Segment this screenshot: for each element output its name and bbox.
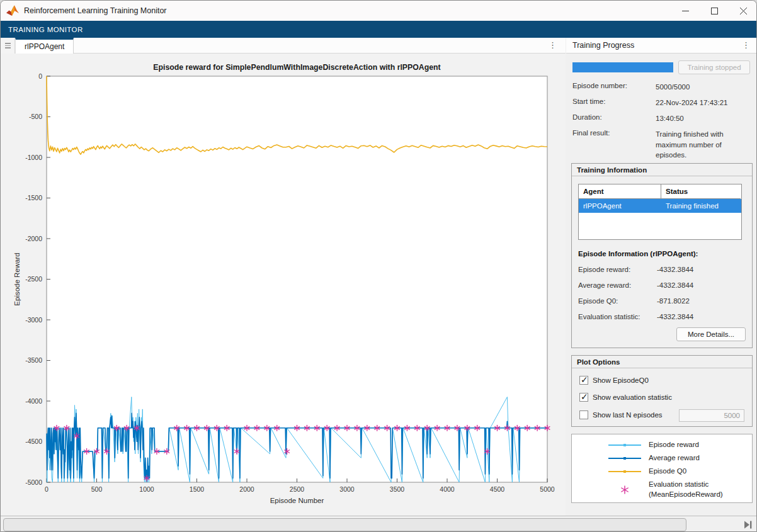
training-progress-panel: Training Progress ⋮ Training stopped Epi… — [566, 38, 757, 516]
field-value: -4332.3844 — [657, 266, 693, 273]
svg-text:1500: 1500 — [190, 485, 205, 493]
column-header-agent[interactable]: Agent — [579, 184, 661, 199]
tab-actions-menu-icon[interactable]: ⋮ — [549, 41, 557, 49]
svg-text:3000: 3000 — [339, 485, 355, 493]
field-label: Episode reward: — [578, 266, 630, 273]
legend-label: Evaluation statistic (MeanEpisodeReward) — [649, 480, 723, 499]
legend-asterisk-icon — [607, 483, 642, 497]
agent-cell: rlPPOAgent — [579, 199, 661, 213]
plot-options-group: Plot Options Show EpisodeQ0 Show evaluat… — [571, 355, 753, 427]
field-value: 5000/5000 — [656, 82, 751, 93]
svg-text:-4000: -4000 — [25, 397, 42, 405]
svg-text:-3000: -3000 — [25, 316, 42, 324]
field-label: Average reward: — [578, 281, 631, 289]
chart-legend: Episode reward Average reward Episode Q0… — [571, 434, 753, 503]
svg-text:2000: 2000 — [239, 485, 254, 493]
panel-header: Training Progress ⋮ — [566, 38, 757, 54]
title-bar: Reinforcement Learning Training Monitor — [1, 1, 757, 21]
status-bar — [1, 516, 757, 532]
checkbox-show-last-n-episodes[interactable]: Show last N episodes — [579, 410, 663, 419]
panel-title: Training Progress — [572, 41, 634, 50]
legend-item-episode-q0[interactable]: Episode Q0 — [572, 467, 752, 477]
svg-text:500: 500 — [91, 485, 103, 493]
legend-label: Average reward — [649, 453, 700, 463]
legend-label: Episode Q0 — [649, 467, 686, 477]
svg-text:0: 0 — [38, 72, 42, 80]
reward-chart: 0-500-1000-1500-2000-2500-3000-3500-4000… — [1, 54, 566, 516]
field-label: Episode Q0: — [578, 297, 618, 305]
svg-text:Episode Number: Episode Number — [270, 497, 324, 504]
field-label: Duration: — [572, 113, 602, 121]
training-stopped-button[interactable]: Training stopped — [678, 60, 750, 74]
svg-text:4000: 4000 — [440, 485, 455, 493]
toolstrip-tab-training-monitor[interactable]: TRAINING MONITOR — [8, 26, 83, 33]
grip-icon — [5, 42, 11, 50]
svg-text:4500: 4500 — [490, 485, 505, 493]
svg-text:2500: 2500 — [290, 485, 305, 493]
training-information-group: Training Information Agent Status rlPPOA… — [571, 163, 753, 348]
field-value: 13:40:50 — [656, 113, 751, 124]
progress-bar — [572, 62, 673, 72]
expand-right-icon[interactable] — [743, 519, 754, 529]
tab-rlppoagent[interactable]: rlPPOAgent — [15, 38, 74, 54]
checkbox-icon — [579, 376, 588, 385]
svg-text:-2500: -2500 — [25, 275, 42, 283]
svg-text:-4500: -4500 — [25, 438, 42, 445]
maximize-button[interactable] — [700, 1, 729, 21]
table-header-row: Agent Status — [579, 184, 741, 199]
svg-text:5000: 5000 — [540, 485, 555, 493]
field-label: Final result: — [572, 129, 610, 137]
checkbox-label: Show evaluation statistic — [593, 393, 672, 401]
svg-text:-3500: -3500 — [25, 356, 42, 364]
legend-line-episode-q0 — [607, 468, 642, 475]
figure-panel: rlPPOAgent ⋮ 0-500-1000-1500-2000-2500-3… — [1, 38, 566, 516]
close-button[interactable] — [729, 1, 757, 21]
field-value: -4332.3844 — [657, 281, 693, 289]
legend-item-evaluation-statistic[interactable]: Evaluation statistic (MeanEpisodeReward) — [572, 480, 752, 499]
field-value: -871.8022 — [657, 297, 690, 305]
window-title: Reinforcement Learning Training Monitor — [24, 6, 167, 15]
legend-item-average-reward[interactable]: Average reward — [572, 453, 752, 463]
svg-text:3500: 3500 — [390, 485, 405, 493]
agent-status-table: Agent Status rlPPOAgent Training finishe… — [578, 184, 742, 240]
toolstrip: TRAINING MONITOR — [1, 21, 757, 38]
collapsed-panel-bar[interactable] — [3, 518, 686, 531]
checkbox-icon — [579, 393, 588, 402]
episode-info-title: Episode Information (rlPPOAgent): — [578, 250, 698, 258]
table-empty-area — [579, 213, 741, 239]
tab-overflow-handle[interactable] — [1, 38, 15, 54]
panel-actions-menu-icon[interactable]: ⋮ — [742, 41, 750, 49]
status-cell: Training finished — [661, 199, 741, 213]
tab-label: rlPPOAgent — [25, 42, 64, 51]
checkbox-label: Show EpisodeQ0 — [593, 376, 649, 384]
column-header-status[interactable]: Status — [661, 184, 741, 199]
progress-row: Training stopped — [572, 60, 751, 74]
checkbox-show-evaluation-statistic[interactable]: Show evaluation statistic — [579, 393, 672, 402]
table-row[interactable]: rlPPOAgent Training finished — [579, 199, 741, 213]
field-value: Training finished with maximum number of… — [656, 129, 751, 161]
minimize-button[interactable] — [671, 1, 700, 21]
field-value: -4332.3844 — [657, 313, 693, 320]
document-tab-strip: rlPPOAgent ⋮ — [1, 38, 566, 54]
checkbox-icon — [579, 410, 588, 419]
svg-text:Episode reward for SimplePendl: Episode reward for SimplePendlumWithImag… — [153, 63, 440, 72]
chart-area: 0-500-1000-1500-2000-2500-3000-3500-4000… — [1, 54, 566, 516]
more-details-button[interactable]: More Details... — [676, 327, 746, 341]
field-label: Start time: — [572, 98, 605, 105]
svg-text:-1500: -1500 — [25, 194, 42, 201]
legend-line-average-reward — [607, 455, 642, 461]
svg-text:1000: 1000 — [139, 485, 154, 493]
checkbox-label: Show last N episodes — [593, 411, 663, 419]
legend-item-episode-reward[interactable]: Episode reward — [572, 440, 752, 450]
svg-text:-5000: -5000 — [25, 478, 42, 486]
field-label: Evaluation statistic: — [578, 313, 640, 320]
app-window: Reinforcement Learning Training Monitor … — [0, 0, 757, 532]
svg-text:-1000: -1000 — [25, 154, 42, 161]
field-value: 22-Nov-2024 17:43:21 — [656, 98, 751, 108]
field-label: Episode number: — [572, 82, 627, 89]
n-episodes-input[interactable] — [679, 409, 744, 422]
matlab-logo-icon — [6, 5, 19, 16]
checkbox-show-episodeq0[interactable]: Show EpisodeQ0 — [579, 376, 649, 385]
legend-label: Episode reward — [649, 440, 699, 450]
legend-line-episode-reward — [607, 442, 642, 448]
